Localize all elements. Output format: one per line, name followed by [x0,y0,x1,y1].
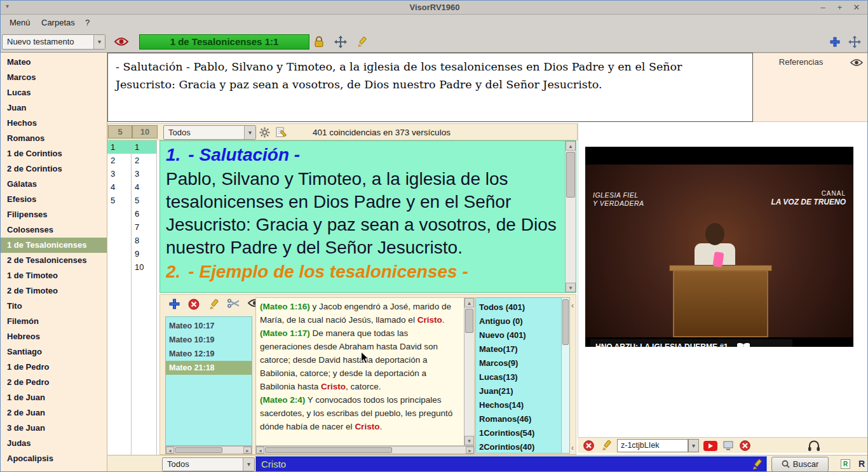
sidebar-item-romanos[interactable]: Romanos [1,131,107,146]
results-hscrollbar[interactable]: ◄ ► [255,446,475,454]
result-ref[interactable]: Mateo 21:18 [166,361,252,375]
scroll-down-icon[interactable]: ▼ [465,436,474,445]
sidebar-item-2-de-tesalonicenses[interactable]: 2 de Tesalonicenses [1,253,107,268]
book-count-item[interactable]: Juan(21) [476,384,569,398]
sidebar-item-1-de-pedro[interactable]: 1 de Pedro [1,360,107,375]
scroll-thumb[interactable] [265,447,392,453]
testament-select[interactable]: Nuevo testamento ▾ [2,34,105,50]
stop-video-icon[interactable] [583,440,594,454]
verse-5[interactable]: 5 [132,194,156,207]
scroll-thumb[interactable] [175,447,222,453]
video-highlight-icon[interactable] [601,440,613,454]
close-button[interactable]: ✕ [850,1,864,15]
scroll-thumb[interactable] [562,299,569,345]
result-ref[interactable]: Mateo 10:17 [166,319,252,333]
sidebar-item-2-de-pedro[interactable]: 2 de Pedro [1,375,107,390]
add-result-icon[interactable] [169,299,180,312]
book-count-item[interactable]: Romanos(46) [476,412,569,426]
result-entry[interactable]: (Mateo 1:16) y Jacob engendró a José, ma… [260,300,461,327]
collapse-panel-icon[interactable]: ‹ [571,302,574,309]
verse-8[interactable]: 8 [132,234,156,247]
sidebar-item-2-de-juan[interactable]: 2 de Juan [1,405,107,421]
scroll-thumb[interactable] [465,309,473,333]
references-eye-icon[interactable] [850,58,863,69]
verse-6[interactable]: 6 [132,207,156,220]
book-count-item[interactable]: Marcos(9) [476,356,569,370]
book-count-item[interactable]: Nuevo (401) [476,328,569,342]
verse-filter-select[interactable]: Todos ▾ [163,125,256,140]
sidebar-item-juan[interactable]: Juan [1,100,107,116]
sidebar-item-1-de-timoteo[interactable]: 1 de Timoteo [1,268,107,283]
book-count-item[interactable]: Mateo(17) [476,342,569,356]
regex-toggle[interactable]: R [841,459,850,469]
panel-divider[interactable] [578,123,578,453]
book-count-item[interactable]: 2Corintios(40) [476,440,569,454]
collapse-panel-icon[interactable]: ‹ [571,445,574,451]
verse-9[interactable]: 9 [132,247,156,260]
chapter-2[interactable]: 2 [107,154,131,167]
verse-2[interactable]: 2 [132,154,156,167]
sidebar-item-3-de-juan[interactable]: 3 de Juan [1,421,107,436]
move-panel-icon[interactable] [848,36,861,51]
move-icon[interactable] [334,36,347,51]
chapter-3[interactable]: 3 [107,167,131,180]
search-input[interactable]: Cristo [256,457,766,472]
scissors-icon[interactable] [227,299,240,311]
video-id-dropdown[interactable]: ▾ [688,439,699,452]
red-eye-icon[interactable] [114,37,129,49]
gear-icon[interactable] [259,127,270,140]
close-video-icon[interactable] [740,440,750,454]
scroll-up-icon[interactable]: ▲ [566,141,576,151]
sidebar-item-filemón[interactable]: Filemón [1,314,107,329]
search-scope-select[interactable]: Todos ▾ [162,457,255,471]
headphones-icon[interactable] [808,440,820,454]
sidebar-item-mateo[interactable]: Mateo [1,55,107,70]
menu-menu[interactable]: Menú [7,15,33,31]
chapter-4[interactable]: 4 [107,180,131,194]
maximize-button[interactable]: + [833,1,847,15]
book-count-item[interactable]: Lucas(13) [476,370,569,384]
scroll-right-icon[interactable]: ► [466,447,474,454]
scroll-left-icon[interactable]: ◄ [166,447,174,454]
sidebar-item-hechos[interactable]: Hechos [1,116,107,131]
sidebar-item-marcos[interactable]: Marcos [1,70,107,85]
verse-4[interactable]: 4 [132,180,156,194]
scroll-down-icon[interactable]: ▼ [566,283,576,292]
sidebar-item-colosenses[interactable]: Colosenses [1,222,107,238]
counts-scrollbar[interactable] [561,298,569,453]
book-count-item[interactable]: Antiguo (0) [476,314,569,328]
sidebar-item-tito[interactable]: Tito [1,299,107,314]
scroll-left-icon[interactable]: ◄ [256,447,264,454]
search-highlight-icon[interactable] [752,459,763,472]
result-ref[interactable]: Mateo 12:19 [166,347,252,361]
menu-help[interactable]: ? [83,15,92,31]
scroll-thumb[interactable] [566,152,575,198]
sidebar-item-gálatas[interactable]: Gálatas [1,177,107,192]
highlighter-icon[interactable] [356,36,368,50]
verse-scrollbar[interactable]: ▲ ▼ [565,141,576,292]
result-entry[interactable]: (Mateo 2:4) Y convocados todos los princ… [260,393,461,433]
search-button[interactable]: Buscar [771,457,829,472]
sidebar-item-hebreos[interactable]: Hebreos [1,329,107,344]
sidebar-item-lucas[interactable]: Lucas [1,85,107,100]
book-count-item[interactable]: 1Corintios(54) [476,426,569,440]
sidebar-item-judas[interactable]: Judas [1,436,107,451]
verse-10[interactable]: 10 [132,260,156,274]
sidebar-item-1-de-tesalonicenses[interactable]: 1 de Tesalonicenses [1,238,107,253]
sidebar-item-2-de-timoteo[interactable]: 2 de Timoteo [1,283,107,299]
clear-results-icon[interactable] [188,299,200,313]
screen-icon[interactable] [723,441,733,453]
sidebar-item-2-de-corintios[interactable]: 2 de Corintios [1,161,107,177]
video-id-input[interactable]: z-1ctjbLIek [617,439,688,452]
minimize-button[interactable]: – [816,1,830,15]
verse-3[interactable]: 3 [132,167,156,180]
lock-icon[interactable] [314,36,324,50]
scroll-right-icon[interactable]: ► [243,447,252,454]
menu-carpetas[interactable]: Carpetas [39,15,78,31]
book-count-item[interactable]: Hechos(14) [476,398,569,412]
sidebar-item-efesios[interactable]: Efesios [1,192,107,207]
sidebar-item-filipenses[interactable]: Filipenses [1,207,107,222]
result-ref[interactable]: Mateo 10:19 [166,333,252,347]
scroll-up-icon[interactable]: ▲ [465,298,474,307]
book-count-item[interactable]: Todos (401) [476,300,569,314]
